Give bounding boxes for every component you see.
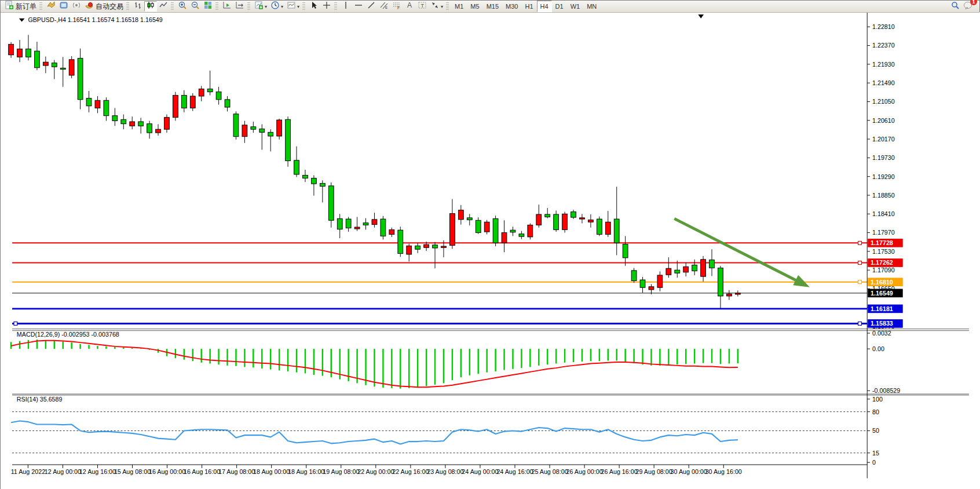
candle-body [450, 214, 455, 246]
svg-text:0.00: 0.00 [872, 345, 884, 352]
svg-text:26 Aug 00:00: 26 Aug 00:00 [566, 468, 602, 475]
line-handle[interactable] [858, 322, 862, 326]
chart-shift-button[interactable] [233, 1, 246, 12]
candle-body [666, 268, 671, 275]
svg-text:16 Aug 00:00: 16 Aug 00:00 [149, 468, 185, 475]
line-chart-mode-button[interactable] [157, 1, 170, 12]
candle-body [381, 219, 386, 236]
candle-body [510, 230, 515, 232]
cursor-tool-button[interactable] [308, 1, 320, 12]
bar-chart-icon [133, 1, 142, 12]
candle-body [562, 214, 568, 229]
data-window-button[interactable] [57, 1, 70, 12]
alerts-button[interactable] [70, 1, 83, 12]
timeframe-H4[interactable]: H4 [537, 1, 552, 12]
timeframe-H1[interactable]: H1 [521, 1, 536, 12]
channel-tool-button[interactable]: E [378, 1, 390, 12]
candle-body [181, 95, 187, 108]
svg-text:1.19730: 1.19730 [872, 154, 895, 161]
market-watch-button[interactable] [45, 1, 57, 12]
svg-text:22 Aug 00:00: 22 Aug 00:00 [357, 468, 394, 475]
label-tool-button[interactable]: T [416, 1, 429, 12]
timeframe-W1[interactable]: W1 [567, 1, 584, 12]
trendline-icon [367, 1, 376, 12]
crosshair-icon [322, 1, 331, 12]
candle-body [35, 51, 40, 68]
auto-trading-label: 自动交易 [96, 2, 123, 12]
svg-text:1.16181: 1.16181 [871, 305, 893, 312]
candle-body [95, 100, 100, 108]
zoom-in-button[interactable] [176, 1, 189, 12]
candle-body [26, 49, 31, 57]
candle-chart-mode-button[interactable] [144, 1, 157, 12]
timeframe-D1[interactable]: D1 [552, 1, 567, 12]
horizontal-line-icon [354, 1, 363, 12]
tile-windows-button[interactable] [202, 1, 214, 12]
auto-trading-button[interactable]: 自动交易 [83, 1, 125, 12]
line-handle[interactable] [858, 241, 862, 244]
svg-text:1.21490: 1.21490 [872, 79, 895, 86]
candle-body [303, 175, 308, 178]
bar-chart-mode-button[interactable] [131, 1, 144, 12]
timeframe-MN[interactable]: MN [583, 1, 600, 12]
template-icon [287, 1, 296, 12]
equidistant-channel-icon: E [379, 1, 389, 12]
notifications-button[interactable]: 1 [963, 1, 974, 12]
candle-body [173, 95, 178, 117]
macd-label: MACD(12,26,9) -0.002953 -0.003768 [17, 331, 119, 338]
chart-canvas[interactable]: GBPUSD-,H4 1.16541 1.16574 1.16518 1.165… [1, 12, 980, 489]
candle-body [441, 246, 447, 247]
auto-scroll-button[interactable] [221, 1, 233, 12]
timeframe-M30[interactable]: M30 [502, 1, 521, 12]
line-handle[interactable] [858, 261, 862, 265]
candle-body [337, 218, 342, 229]
text-tool-button[interactable]: A [403, 1, 416, 12]
vline-tool-button[interactable] [339, 1, 352, 12]
candle-body [701, 260, 706, 276]
new-order-button[interactable]: 新订单 [3, 1, 38, 12]
fibonacci-tool-button[interactable]: F [390, 1, 403, 12]
candle-body [597, 219, 602, 234]
candle-body [649, 287, 654, 290]
timeframe-M5[interactable]: M5 [467, 1, 482, 12]
candle-body [328, 186, 334, 220]
line-handle[interactable] [858, 280, 862, 284]
svg-text:1.20610: 1.20610 [872, 117, 895, 124]
arrows-icon [430, 1, 440, 12]
indicators-button[interactable]: ▾ [253, 1, 269, 12]
line-handle[interactable] [14, 322, 17, 326]
new-order-icon [5, 1, 14, 12]
candle-body [346, 219, 351, 228]
candle-body [121, 119, 126, 123]
price-tag-1.16810: 1.16810 [868, 278, 903, 286]
hline-tool-button[interactable] [352, 1, 365, 12]
zoom-out-button[interactable] [189, 1, 202, 12]
svg-text:T: T [421, 3, 425, 9]
svg-text:80: 80 [872, 408, 879, 415]
candle-body [640, 280, 645, 287]
candle-body [156, 129, 161, 133]
candle-body [433, 245, 438, 248]
svg-text:1.18410: 1.18410 [872, 210, 895, 217]
templates-button[interactable]: ▾ [285, 1, 301, 12]
candle-body [372, 220, 377, 225]
svg-text:-0.008529: -0.008529 [872, 387, 900, 394]
candle-body [657, 275, 663, 287]
candle-body [614, 219, 619, 243]
search-icon[interactable] [950, 1, 960, 12]
new-order-label: 新订单 [16, 2, 36, 12]
svg-text:E: E [385, 6, 387, 9]
candle-body [675, 270, 680, 273]
zoom-out-icon [191, 1, 200, 12]
crosshair-tool-button[interactable] [320, 1, 333, 12]
arrows-tool-button[interactable]: ▾ [429, 1, 445, 12]
timeframe-M1[interactable]: M1 [451, 1, 467, 12]
timeframe-M15[interactable]: M15 [483, 1, 502, 12]
candle-body [130, 122, 135, 126]
periods-button[interactable]: ▾ [269, 1, 285, 12]
candle-body [216, 92, 221, 100]
candle-body [138, 122, 144, 126]
candle-body [536, 214, 542, 225]
trendline-tool-button[interactable] [365, 1, 378, 12]
candle-body [312, 178, 317, 184]
